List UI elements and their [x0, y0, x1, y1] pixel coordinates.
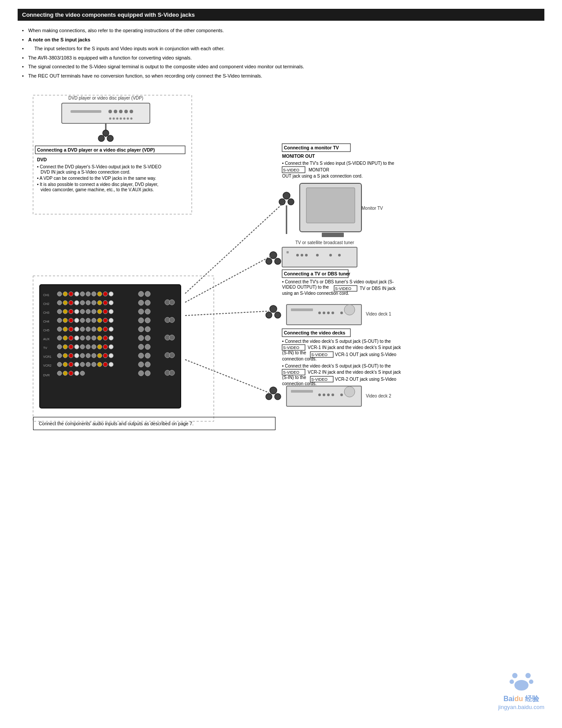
avr-r10j4 [74, 371, 79, 375]
vdecks-bullet1: • Connect the video deck's S output jack… [282, 339, 391, 344]
avr-r3j10 [109, 309, 113, 314]
dvd-connector-l [98, 135, 104, 141]
tvdbs-callout-text: Connecting a TV or DBS tuner [284, 271, 350, 276]
dvd-bullet3: • It is also possible to connect a video… [37, 182, 158, 187]
avr-row7-label: TV [43, 346, 47, 349]
vdeck1-dot5 [340, 312, 343, 314]
avr-side-j18 [145, 362, 150, 367]
avr-r8j4 [74, 353, 79, 358]
vcr1-conn-top [270, 305, 277, 312]
avr-r7j7 [92, 345, 96, 349]
avr-r2j5 [80, 301, 85, 305]
dvd-connector-r [107, 135, 113, 141]
tuner-conn-r [275, 258, 281, 264]
vdecks-bullet1b: VCR-1 IN jack and the video deck's S inp… [308, 345, 401, 350]
tuner-conn-top [270, 252, 277, 259]
dvd-dot3 [116, 118, 119, 120]
avr-r3j4 [74, 309, 79, 314]
avr-j2 [63, 292, 67, 296]
tuner-dot3 [305, 254, 308, 256]
intro-bullet-list: When making connections, also refer to t… [18, 27, 544, 79]
avr-r3j7 [92, 309, 96, 314]
avr-r8j10 [109, 353, 113, 358]
bullet-5: The REC OUT terminals have no conversion… [22, 72, 544, 80]
monitor-tv-text-label: Monitor TV [361, 206, 383, 211]
avr-r5j8 [97, 327, 102, 331]
avr-out-j4 [169, 317, 175, 323]
avr-side-j11 [138, 335, 144, 341]
avr-side-j1 [138, 291, 144, 297]
vdecks-bullet2d: VCR-2 OUT jack using S-Video [335, 377, 397, 382]
avr-r7j2 [63, 345, 67, 349]
avr-j3 [69, 292, 73, 296]
avr-r4j1 [57, 318, 62, 323]
avr-j7 [92, 292, 96, 296]
dvd-device [62, 103, 150, 123]
avr-j5 [80, 292, 85, 296]
avr-r5j2 [63, 327, 67, 331]
avr-j1 [57, 292, 62, 296]
avr-side-j7 [138, 318, 144, 323]
avr-j10 [109, 292, 113, 296]
avr-r8j3 [69, 353, 73, 358]
baidu-paw-icon [508, 670, 535, 692]
svg-point-0 [512, 673, 517, 678]
avr-j9 [103, 292, 108, 296]
avr-r2j2 [63, 301, 67, 305]
avr-r6j6 [86, 336, 90, 340]
avr-side-j10 [145, 327, 150, 332]
avr-r9j8 [97, 362, 102, 367]
avr-r4j5 [80, 318, 85, 323]
avr-r7j8 [97, 345, 102, 349]
avr-r3j9 [103, 309, 108, 314]
avr-row6-label: AUX [43, 338, 50, 341]
avr-vcr1-cable [185, 311, 269, 316]
avr-row4-label: CH4 [43, 320, 49, 323]
dvd-bullet2: • A VDP can be connected to the VDP jack… [37, 176, 156, 181]
tuner-dot1 [296, 254, 299, 256]
watermark-container: Baidu 经验 jingyan.baidu.com [498, 670, 544, 710]
bullet-2-bold: A note on the S input jacks [22, 36, 544, 44]
vdeck2-reel [344, 386, 355, 397]
avr-side-j3 [138, 300, 144, 305]
avr-r9j2 [63, 362, 67, 367]
avr-r8j5 [80, 353, 85, 358]
monitor-callout-text: Connecting a monitor TV [284, 145, 339, 150]
dvd-btn4 [124, 110, 128, 113]
avr-r9j9 [103, 362, 108, 367]
avr-side-j2 [145, 291, 150, 297]
avr-r4j10 [109, 318, 113, 323]
svg-point-4 [514, 680, 529, 691]
monitor-bullet1b: MONITOR [309, 167, 329, 172]
avr-r6j1 [57, 336, 62, 340]
conn-monitor-top [283, 192, 290, 199]
dvd-connector-top [103, 130, 109, 136]
dvd-dot4 [120, 118, 122, 120]
dvd-dot2 [113, 118, 115, 120]
avr-r6j4 [74, 336, 79, 340]
avr-side-j15 [138, 353, 144, 358]
monitor-out-label: MONITOR OUT [282, 153, 315, 159]
avr-side-j5 [138, 309, 144, 314]
avr-r7j3 [69, 345, 73, 349]
avr-r5j4 [74, 327, 79, 331]
avr-row1-label: CH1 [43, 293, 49, 297]
conn-monitor-r [288, 199, 294, 205]
svg-point-2 [510, 680, 514, 684]
avr-r4j2 [63, 318, 67, 323]
avr-r8j2 [63, 353, 67, 358]
tuner-dot2 [301, 254, 303, 256]
diagram-container: DVD player or video disc player (VDP) [18, 86, 538, 430]
avr-r10j2 [63, 371, 67, 375]
avr-r4j9 [103, 318, 108, 323]
bullet-3: The AVR-3803/1083 is equipped with a fun… [22, 54, 544, 62]
monitor-stand [322, 233, 344, 237]
avr-r2j3 [69, 301, 73, 305]
dvd-btn2 [114, 110, 117, 113]
vdecks-bullet1c: (S-IN) to the [282, 350, 306, 355]
avr-r2j10 [109, 301, 113, 305]
avr-side-j14 [145, 344, 150, 349]
vdeck2-slot [291, 390, 313, 393]
avr-side-j6 [145, 309, 150, 314]
bullet-4: The signal connected to the S-Video sign… [22, 63, 544, 71]
